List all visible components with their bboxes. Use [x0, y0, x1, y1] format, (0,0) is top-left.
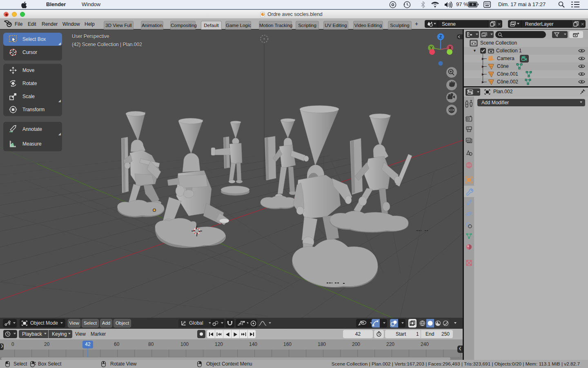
- svg-text:Z: Z: [439, 35, 442, 39]
